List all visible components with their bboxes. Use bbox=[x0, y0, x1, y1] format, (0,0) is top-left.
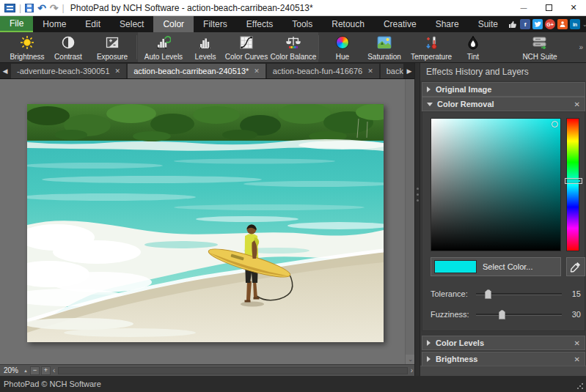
horizontal-scrollbar[interactable] bbox=[58, 367, 407, 374]
tolerance-label: Tolerance: bbox=[431, 289, 472, 298]
document-tab-bar: -adventure-beach-390051 action-beach-car… bbox=[0, 63, 414, 79]
menu-tab-effects[interactable]: Effects bbox=[237, 16, 282, 32]
contrast-circle-icon bbox=[62, 35, 75, 50]
photopad-window: | | PhotoPad by NCH Software - action-be… bbox=[0, 0, 586, 392]
chevron-down-icon bbox=[427, 103, 433, 106]
color-field-cursor[interactable] bbox=[552, 121, 558, 127]
editor-canvas[interactable] bbox=[0, 79, 414, 364]
menu-tab-filters[interactable]: Filters bbox=[194, 16, 237, 32]
zoom-bar: 20% bbox=[0, 364, 414, 376]
tab-close-icon[interactable] bbox=[115, 67, 121, 75]
section-brightness[interactable]: Brightness bbox=[422, 352, 585, 366]
linkedin-icon[interactable]: in bbox=[570, 19, 580, 29]
doc-tab-adventure-beach[interactable]: -adventure-beach-390051 bbox=[11, 64, 126, 78]
facebook-icon[interactable]: f bbox=[520, 19, 530, 29]
selected-color-swatch bbox=[434, 260, 477, 273]
hscroll-right-icon[interactable] bbox=[411, 366, 413, 374]
color-balance-button[interactable]: Color Balance bbox=[270, 34, 317, 62]
tolerance-slider[interactable] bbox=[476, 288, 562, 300]
panel-footer bbox=[420, 366, 586, 376]
saturation-button[interactable]: Saturation bbox=[362, 34, 406, 62]
menu-tab-edit[interactable]: Edit bbox=[76, 16, 110, 32]
contrast-button[interactable]: Contrast bbox=[45, 34, 91, 62]
scroll-down-icon[interactable] bbox=[406, 355, 414, 364]
menu-tab-file[interactable]: File bbox=[0, 16, 33, 32]
section-close-icon[interactable] bbox=[574, 339, 580, 347]
redo-icon[interactable] bbox=[50, 4, 59, 12]
maximize-button[interactable] bbox=[536, 0, 561, 15]
levels-button[interactable]: Levels bbox=[188, 34, 223, 62]
section-close-icon[interactable] bbox=[574, 355, 580, 363]
select-color-button[interactable]: Select Color... bbox=[431, 257, 561, 276]
panel-splitter-handle[interactable] bbox=[415, 63, 420, 376]
zoom-dropdown-icon[interactable] bbox=[23, 367, 28, 374]
hue-slider-handle[interactable] bbox=[565, 178, 582, 184]
nch-community-icon[interactable] bbox=[557, 19, 568, 29]
google-plus-icon[interactable]: G+ bbox=[545, 19, 555, 29]
tab-close-icon[interactable] bbox=[367, 67, 373, 75]
eyedropper-button[interactable] bbox=[566, 257, 585, 276]
photo-image[interactable] bbox=[27, 104, 384, 342]
auto-levels-button[interactable]: Auto Levels bbox=[141, 34, 186, 62]
zoom-out-button[interactable] bbox=[30, 366, 40, 375]
tolerance-slider-handle[interactable] bbox=[485, 289, 491, 299]
close-button[interactable] bbox=[561, 0, 586, 15]
hue-slider[interactable] bbox=[566, 118, 579, 251]
status-bar: PhotoPad © NCH Software bbox=[0, 376, 586, 392]
resize-grip[interactable] bbox=[576, 382, 584, 390]
fuzziness-slider[interactable] bbox=[476, 308, 562, 320]
section-color-removal[interactable]: Color Removal bbox=[422, 97, 585, 111]
menu-tab-home[interactable]: Home bbox=[33, 16, 76, 32]
menu-tab-color[interactable]: Color bbox=[153, 16, 194, 32]
effects-panel: Effects History and Layers Original Imag… bbox=[414, 63, 586, 376]
menu-tab-share[interactable]: Share bbox=[426, 16, 469, 32]
tint-droplet-icon bbox=[467, 35, 479, 50]
doc-tab-action-beach-carribean[interactable]: action-beach-carribean-240513* bbox=[128, 64, 265, 78]
levels-histogram-icon bbox=[198, 35, 213, 50]
like-icon[interactable] bbox=[508, 19, 518, 29]
save-icon[interactable] bbox=[25, 4, 34, 12]
color-curves-button[interactable]: Color Curves bbox=[223, 34, 270, 62]
ribbon-divider bbox=[318, 35, 319, 59]
menu-tab-select[interactable]: Select bbox=[110, 16, 153, 32]
hscroll-left-icon[interactable] bbox=[53, 366, 55, 374]
minimize-button[interactable] bbox=[511, 0, 536, 15]
ribbon-overflow-icon[interactable] bbox=[579, 43, 583, 51]
doc-tab-backlit-beach[interactable]: backlit-beach-ch bbox=[381, 64, 403, 78]
exposure-button[interactable]: Exposure bbox=[91, 34, 133, 62]
tab-scroll-right-icon[interactable] bbox=[404, 63, 414, 78]
fuzziness-label: Fuzziness: bbox=[431, 310, 472, 319]
menu-tab-retouch[interactable]: Retouch bbox=[322, 16, 374, 32]
doc-tab-action-beach-fun[interactable]: action-beach-fun-416676 bbox=[267, 64, 379, 78]
window-title: PhotoPad by NCH Software - action-beach-… bbox=[70, 3, 313, 13]
temperature-button[interactable]: Temperature bbox=[408, 34, 455, 62]
menu-tab-tools[interactable]: Tools bbox=[282, 16, 322, 32]
menu-tab-suite[interactable]: Suite bbox=[469, 16, 508, 32]
chevron-down-icon[interactable] bbox=[582, 21, 586, 28]
tab-close-icon[interactable] bbox=[254, 67, 260, 75]
section-close-icon[interactable] bbox=[574, 100, 580, 108]
status-text: PhotoPad © NCH Software bbox=[4, 380, 101, 388]
nch-suite-icon bbox=[532, 35, 548, 50]
brightness-button[interactable]: Brightness bbox=[6, 34, 48, 62]
section-original-image[interactable]: Original Image bbox=[422, 82, 585, 97]
chevron-right-icon bbox=[427, 340, 431, 346]
zoom-in-button[interactable] bbox=[41, 366, 51, 375]
nch-suite-button[interactable]: NCH Suite bbox=[513, 34, 566, 62]
app-logo-icon bbox=[4, 4, 15, 12]
vertical-scrollbar[interactable] bbox=[405, 79, 414, 364]
tint-button[interactable]: Tint bbox=[456, 34, 490, 62]
tab-scroll-left-icon[interactable] bbox=[0, 63, 10, 78]
eyedropper-icon bbox=[570, 261, 582, 273]
separator: | bbox=[19, 3, 21, 13]
twitter-icon[interactable] bbox=[532, 19, 543, 29]
fuzziness-slider-handle[interactable] bbox=[499, 310, 505, 319]
hue-wheel-icon bbox=[336, 35, 349, 50]
section-color-levels[interactable]: Color Levels bbox=[422, 336, 585, 350]
tolerance-row: Tolerance: 15 bbox=[431, 288, 581, 300]
menu-tab-creative[interactable]: Creative bbox=[374, 16, 426, 32]
chevron-right-icon bbox=[427, 86, 431, 92]
color-field[interactable] bbox=[431, 118, 561, 251]
hue-button[interactable]: Hue bbox=[324, 34, 361, 62]
undo-icon[interactable] bbox=[37, 4, 46, 12]
